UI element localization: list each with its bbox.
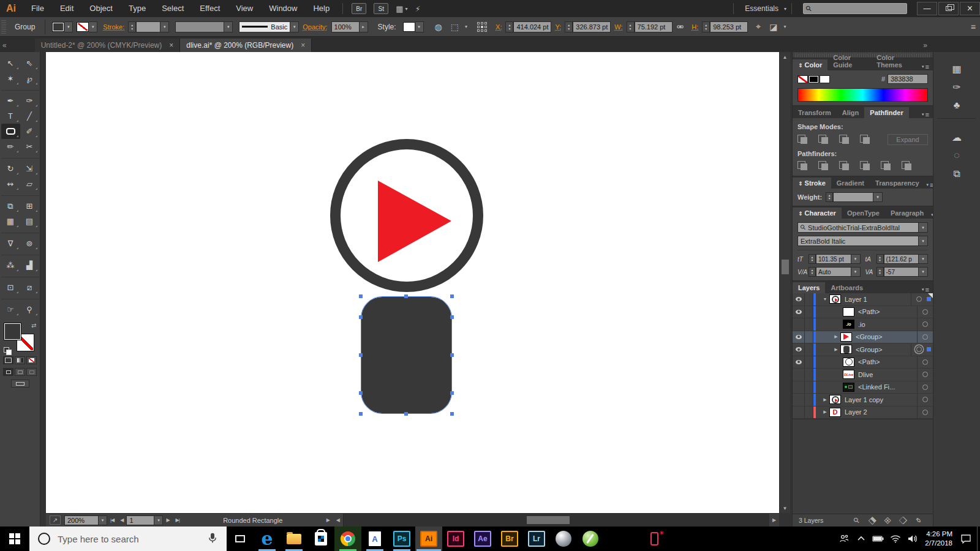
pathfinder-button-merge[interactable] bbox=[839, 161, 851, 171]
tab-opentype[interactable]: OpenType bbox=[842, 208, 885, 219]
stock-button[interactable]: St bbox=[374, 3, 388, 14]
horizontal-scrollbar[interactable] bbox=[343, 514, 769, 527]
app-search-input[interactable]: ⚲ bbox=[803, 3, 907, 14]
taskbar-tile-notes[interactable]: A bbox=[361, 527, 388, 551]
target-circle[interactable] bbox=[911, 293, 927, 305]
lock-toggle[interactable] bbox=[805, 407, 813, 419]
w-stepper[interactable]: ▲▼ bbox=[627, 21, 635, 32]
selection-handle-w[interactable] bbox=[359, 353, 363, 357]
chevron-down-icon[interactable]: ▾ bbox=[465, 24, 467, 29]
dock-icon-symbols[interactable]: ♣ bbox=[949, 97, 965, 113]
chevron-down-icon[interactable]: ▾ bbox=[99, 515, 107, 525]
zoom-level-field[interactable]: 200% bbox=[64, 515, 99, 525]
leading-stepper[interactable]: ▲▼ bbox=[876, 254, 884, 264]
taskbar-tile-lightroom[interactable]: Lr bbox=[523, 527, 550, 551]
layer-label[interactable]: <Path> bbox=[858, 308, 917, 315]
taskbar-tile-task-view[interactable] bbox=[227, 527, 254, 551]
visibility-toggle[interactable] bbox=[793, 407, 805, 419]
draw-behind-button[interactable] bbox=[15, 368, 25, 376]
tool-mesh-tool[interactable]: ▦ bbox=[1, 214, 20, 229]
taskbar-tile-illustrator[interactable]: Ai bbox=[415, 527, 442, 551]
pathfinder-button-minus-back[interactable] bbox=[902, 161, 914, 171]
volume-icon[interactable] bbox=[904, 527, 921, 551]
visibility-toggle[interactable] bbox=[793, 293, 805, 305]
expander-icon[interactable]: ▶ bbox=[832, 347, 840, 352]
chevron-down-icon[interactable]: ▾ bbox=[224, 21, 233, 32]
tool-shape-builder-tool[interactable]: ⧉ bbox=[1, 198, 20, 214]
width-profile-dropdown[interactable] bbox=[175, 21, 224, 32]
stroke-weight-field[interactable] bbox=[136, 21, 160, 32]
show-desktop-button[interactable] bbox=[977, 527, 980, 551]
chevron-down-icon[interactable]: ▾ bbox=[919, 267, 928, 277]
selection-handle-nw[interactable] bbox=[359, 294, 363, 298]
expander-icon[interactable]: ▶ bbox=[821, 410, 829, 414]
layer-label[interactable]: <Linked Fi... bbox=[858, 383, 917, 391]
brush-definition-dropdown[interactable]: Basic bbox=[239, 21, 290, 32]
layer-label[interactable]: <Group> bbox=[856, 333, 917, 340]
collapse-toolbox-icon[interactable]: « bbox=[0, 41, 10, 52]
visibility-toggle[interactable] bbox=[793, 381, 805, 394]
h-stepper[interactable]: ▲▼ bbox=[702, 21, 710, 32]
y-field[interactable]: 326.873 pt bbox=[573, 21, 611, 32]
tool-symbol-sprayer-tool[interactable]: ⁂ bbox=[1, 258, 20, 273]
shear-icon[interactable]: ◪ bbox=[769, 22, 777, 32]
arrange-documents-icon[interactable]: ▦ ▾ bbox=[396, 4, 407, 13]
layer-thumbnail[interactable] bbox=[829, 294, 841, 304]
anchor-point[interactable] bbox=[450, 315, 454, 319]
taskbar-tile-cinema4d[interactable] bbox=[550, 527, 577, 551]
dock-icon-swatches[interactable]: ▦ bbox=[949, 61, 965, 77]
layer-label[interactable]: <Group> bbox=[856, 346, 911, 353]
collapse-panels-icon[interactable]: » bbox=[921, 41, 931, 52]
pathfinder-button-outline[interactable] bbox=[881, 161, 893, 171]
layer-row-dlive[interactable]: DLive Dlive bbox=[793, 369, 933, 381]
tool-rotate-tool[interactable]: ↻ bbox=[1, 161, 20, 176]
font-size-stepper[interactable]: ▲▼ bbox=[809, 254, 816, 264]
scroll-up-icon[interactable]: ▲ bbox=[780, 52, 790, 62]
battery-icon[interactable] bbox=[870, 527, 887, 551]
tool-scale-tool[interactable]: ⇲ bbox=[20, 161, 39, 176]
bridge-button[interactable]: Br bbox=[352, 3, 366, 14]
style-dropdown[interactable]: ▾ bbox=[403, 21, 424, 32]
tool-slice-tool[interactable]: ⧄ bbox=[20, 280, 39, 295]
chevron-down-icon[interactable]: ▾ bbox=[154, 515, 163, 525]
tool-perspective-grid-tool[interactable]: ⊞ bbox=[20, 198, 39, 214]
target-circle[interactable] bbox=[917, 356, 933, 369]
layer-label[interactable]: Dlive bbox=[858, 371, 917, 378]
taskbar-tile-photoshop[interactable]: Ps bbox=[388, 527, 415, 551]
lock-toggle[interactable] bbox=[805, 381, 813, 394]
opacity-field[interactable]: 100% bbox=[331, 21, 360, 32]
swatch-none[interactable] bbox=[797, 75, 808, 83]
taskbar-tile-store[interactable] bbox=[307, 527, 334, 551]
swatch-white[interactable] bbox=[820, 75, 830, 83]
layer-thumbnail[interactable] bbox=[843, 383, 854, 392]
people-icon[interactable] bbox=[835, 527, 853, 551]
tab-artboards[interactable]: Artboards bbox=[825, 282, 869, 293]
opacity-label[interactable]: Opacity: bbox=[303, 23, 327, 31]
artwork-rounded-rectangle-selected[interactable] bbox=[361, 297, 451, 413]
tool-scissors-tool[interactable]: ✂ bbox=[20, 139, 39, 154]
layer-label[interactable]: Layer 2 bbox=[845, 408, 917, 416]
tab-color-themes[interactable]: Color Themes bbox=[871, 52, 920, 70]
hidden-icons-chevron[interactable] bbox=[853, 527, 870, 551]
dock-icon-stroke-profile[interactable]: ◌ bbox=[949, 148, 965, 163]
tool-magic-wand-tool[interactable]: ✶ bbox=[1, 71, 20, 86]
color-spectrum-bar[interactable] bbox=[797, 88, 928, 102]
vertical-scroll-thumb[interactable] bbox=[782, 260, 789, 274]
tool-rectangle-tool[interactable] bbox=[1, 124, 20, 139]
tool-type-tool[interactable]: T bbox=[1, 108, 20, 124]
menu-item[interactable]: File bbox=[23, 0, 52, 17]
shape-mode-button-minus-front[interactable] bbox=[818, 135, 831, 144]
chevron-down-icon[interactable]: ▾ bbox=[851, 254, 861, 264]
horizontal-scroll-thumb[interactable] bbox=[527, 516, 570, 524]
tab-align[interactable]: Align bbox=[837, 107, 865, 118]
font-family-field[interactable]: ⚲ StudioGothicTrial-ExtraBoldItal bbox=[797, 222, 919, 233]
stroke-label[interactable]: Stroke: bbox=[103, 23, 124, 31]
control-panel-menu-icon[interactable]: ≡ bbox=[971, 22, 976, 32]
chevron-down-icon[interactable]: ▾ bbox=[160, 21, 169, 32]
layer-row-path1[interactable]: <Path> bbox=[793, 306, 933, 319]
layer-row-io[interactable]: .io .io bbox=[793, 318, 933, 331]
vertical-scrollbar[interactable]: ▲ ▼ bbox=[779, 52, 790, 513]
dock-icon-brushes[interactable]: ✑ bbox=[949, 79, 965, 95]
hex-value-field[interactable]: 383838 bbox=[888, 74, 928, 84]
tab-character[interactable]: ⇕Character bbox=[793, 208, 842, 219]
